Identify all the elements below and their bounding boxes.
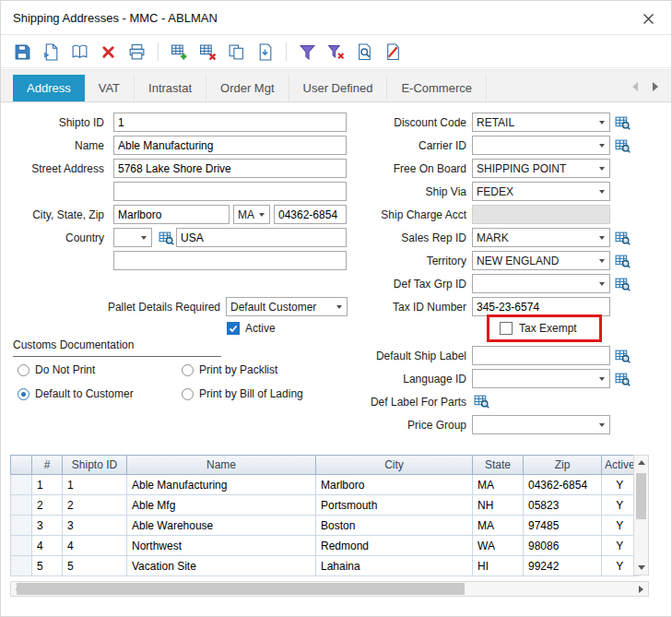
grid-corner[interactable] <box>11 456 32 475</box>
discount-code-dropdown[interactable]: RETAIL <box>472 113 610 132</box>
dropdown-arrow-icon[interactable] <box>595 252 609 269</box>
country-browse-button[interactable] <box>157 230 175 246</box>
carrier-id-value <box>473 136 595 154</box>
country-code-dropdown[interactable] <box>113 228 152 247</box>
dropdown-arrow-icon[interactable] <box>595 113 609 131</box>
dropdown-arrow-icon[interactable] <box>136 229 151 246</box>
table-add-button[interactable] <box>170 42 189 62</box>
active-checkbox[interactable] <box>227 322 240 335</box>
discount-code-browse-button[interactable] <box>613 114 631 131</box>
delete-button[interactable] <box>99 42 118 62</box>
radio-icon[interactable] <box>18 388 29 400</box>
row-selector[interactable] <box>11 516 32 536</box>
dropdown-arrow-icon[interactable] <box>254 206 269 223</box>
sales-rep-id-browse-button[interactable] <box>613 230 631 246</box>
ship-via-dropdown[interactable]: FEDEX <box>472 182 610 201</box>
dropdown-arrow-icon[interactable] <box>595 275 609 292</box>
sales-rep-id-dropdown[interactable]: MARK <box>472 228 610 247</box>
radio-icon[interactable] <box>182 364 194 376</box>
save-button[interactable] <box>13 42 32 62</box>
find-document-icon <box>356 43 373 61</box>
grid-vertical-scrollbar[interactable] <box>633 455 649 575</box>
grid-header-city[interactable]: City <box>316 456 473 475</box>
language-id-browse-button[interactable] <box>613 371 631 387</box>
carrier-id-dropdown[interactable] <box>472 136 610 155</box>
radio-print-by-bill-of-lading[interactable]: Print by Bill of Lading <box>182 387 303 400</box>
country-name-input[interactable] <box>176 228 347 247</box>
tab-address[interactable]: Address <box>13 75 85 101</box>
radio-print-by-packlist[interactable]: Print by Packlist <box>182 363 277 376</box>
row-selector[interactable] <box>11 475 32 495</box>
table-row[interactable]: 5 5 Vacation Site Lahaina HI 99242 Y <box>11 556 639 576</box>
def-label-for-parts-browse-button[interactable] <box>472 393 490 409</box>
table-row[interactable]: 1 1 Able Manufacturing Marlboro MA 04362… <box>11 475 639 495</box>
def-tax-grp-id-browse-button[interactable] <box>613 276 631 292</box>
dropdown-arrow-icon[interactable] <box>595 136 609 154</box>
territory-browse-button[interactable] <box>613 253 631 269</box>
default-ship-label-input[interactable] <box>472 346 610 365</box>
street-address-line2-input[interactable] <box>113 182 347 201</box>
dropdown-arrow-icon[interactable] <box>595 160 609 177</box>
find-button[interactable] <box>355 42 374 62</box>
dropdown-arrow-icon[interactable] <box>595 416 609 433</box>
tax-id-number-input[interactable] <box>472 297 610 316</box>
grid-header-num[interactable]: # <box>32 456 63 475</box>
radio-icon[interactable] <box>182 388 194 400</box>
new-record-button[interactable] <box>41 42 61 62</box>
grid-header-state[interactable]: State <box>473 456 524 475</box>
copy-button[interactable] <box>227 42 246 62</box>
tab-e-commerce[interactable]: E-Commerce <box>387 75 487 101</box>
clear-filter-button[interactable] <box>326 42 346 62</box>
radio-do-not-print[interactable]: Do Not Print <box>18 363 95 376</box>
dropdown-arrow-icon[interactable] <box>595 229 609 246</box>
table-row[interactable]: 3 3 Able Warehouse Boston MA 97485 Y <box>11 516 639 536</box>
print-button[interactable] <box>127 42 147 62</box>
tax-exempt-checkbox[interactable] <box>500 322 513 335</box>
language-id-dropdown[interactable] <box>472 369 610 388</box>
dropdown-arrow-icon[interactable] <box>595 370 609 387</box>
carrier-id-label: Carrier ID <box>337 138 466 153</box>
table-row[interactable]: 4 4 Northwest Redmond WA 98086 Y <box>11 536 639 556</box>
radio-default-to-customer[interactable]: Default to Customer <box>18 387 134 400</box>
carrier-id-browse-button[interactable] <box>613 137 631 154</box>
radio-icon[interactable] <box>18 364 29 376</box>
city-input[interactable] <box>113 205 230 224</box>
row-selector[interactable] <box>11 536 32 556</box>
address-extra-input[interactable] <box>113 251 347 270</box>
state-dropdown[interactable]: MA <box>233 205 270 224</box>
cancel-find-button[interactable] <box>383 42 403 62</box>
territory-dropdown[interactable]: NEW ENGLAND <box>472 251 610 270</box>
vertical-scroll-thumb[interactable] <box>636 473 646 519</box>
close-button[interactable] <box>639 9 657 28</box>
price-group-dropdown[interactable] <box>472 415 610 434</box>
grid-header-name[interactable]: Name <box>127 456 316 475</box>
table-remove-button[interactable] <box>198 42 218 62</box>
def-tax-grp-id-dropdown[interactable] <box>472 274 610 293</box>
scroll-up-button[interactable] <box>634 456 648 469</box>
name-input[interactable] <box>113 136 347 155</box>
street-address-line1-input[interactable] <box>113 159 347 178</box>
free-on-board-dropdown[interactable]: SHIPPING POINT <box>472 159 610 178</box>
zip-input[interactable] <box>274 205 347 224</box>
table-row[interactable]: 2 2 Able Mfg Portsmouth NH 05823 Y <box>11 495 639 516</box>
grid-header-zip[interactable]: Zip <box>524 456 602 475</box>
horizontal-scroll-thumb[interactable] <box>17 583 465 595</box>
default-ship-label-browse-button[interactable] <box>613 348 631 364</box>
row-selector[interactable] <box>11 556 32 576</box>
scroll-right-button[interactable] <box>634 582 648 596</box>
browse-button[interactable] <box>70 42 89 62</box>
tab-user-defined[interactable]: User Defined <box>289 75 388 101</box>
tab-vat[interactable]: VAT <box>85 75 135 101</box>
tab-order-mgt[interactable]: Order Mgt <box>206 75 289 101</box>
grid-header-shipto-id[interactable]: Shipto ID <box>63 456 127 475</box>
tab-scroll-right-icon[interactable] <box>653 82 658 91</box>
dropdown-arrow-icon[interactable] <box>595 183 609 200</box>
filter-button[interactable] <box>298 42 317 62</box>
pallet-details-dropdown[interactable]: Default Customer <box>226 297 348 316</box>
scroll-down-button[interactable] <box>634 561 648 575</box>
tab-scroll-left-icon[interactable] <box>632 82 638 91</box>
row-selector[interactable] <box>11 495 32 516</box>
shipto-id-input[interactable] <box>113 113 347 132</box>
paste-button[interactable] <box>255 42 275 62</box>
tab-intrastat[interactable]: Intrastat <box>135 75 206 101</box>
